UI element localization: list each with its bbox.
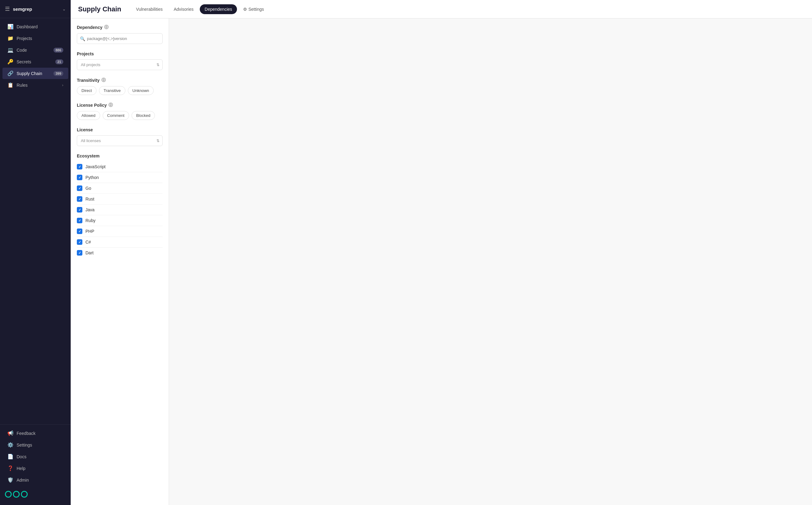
org-header[interactable]: ☰ semgrep ⌄ bbox=[0, 0, 71, 18]
eco-label-python: Python bbox=[85, 175, 99, 180]
page-title: Supply Chain bbox=[78, 5, 121, 13]
eco-label-rust: Rust bbox=[85, 196, 94, 201]
ecosystem-item-php[interactable]: PHP bbox=[77, 226, 163, 237]
license-policy-help-icon[interactable]: ⓪ bbox=[108, 103, 113, 108]
license-policy-label: License Policy ⓪ bbox=[77, 103, 163, 108]
code-icon: 💻 bbox=[7, 47, 14, 53]
eco-checkbox-ruby bbox=[77, 218, 82, 223]
docs-icon: 📄 bbox=[7, 454, 14, 460]
sidebar-item-help[interactable]: ❓ Help bbox=[2, 463, 68, 474]
dependency-label: Dependency ⓪ bbox=[77, 25, 163, 30]
eco-label-java: Java bbox=[85, 207, 95, 212]
top-nav-links: VulnerabilitiesAdvisoriesDependencies⚙ S… bbox=[131, 4, 269, 14]
logo-circle-1 bbox=[5, 491, 12, 498]
sidebar-item-supply-chain[interactable]: 🔗 Supply Chain 399 bbox=[2, 68, 68, 79]
sidebar-item-settings[interactable]: ⚙️ Settings bbox=[2, 439, 68, 451]
transitivity-section: Transitivity ⓪ DirectTransitiveUnknown bbox=[77, 77, 163, 95]
dependency-help-icon[interactable]: ⓪ bbox=[104, 25, 108, 30]
ecosystem-item-rust[interactable]: Rust bbox=[77, 194, 163, 204]
filter-panel: Dependency ⓪ 🔍 Projects All projects ⇅ bbox=[71, 18, 169, 505]
ecosystem-section: Ecosystem JavaScript Python Go Rust Java… bbox=[77, 153, 163, 258]
sidebar-item-rules[interactable]: 📋 Rules › bbox=[2, 79, 68, 91]
settings-icon: ⚙️ bbox=[7, 442, 14, 448]
ecosystem-label: Ecosystem bbox=[77, 153, 163, 158]
ecosystem-item-dart[interactable]: Dart bbox=[77, 247, 163, 258]
ecosystem-item-go[interactable]: Go bbox=[77, 183, 163, 194]
sidebar-item-label: Docs bbox=[17, 454, 63, 459]
ecosystem-item-csharp[interactable]: C# bbox=[77, 237, 163, 247]
sidebar: ☰ semgrep ⌄ 📊 Dashboard 📁 Projects 💻 Cod… bbox=[0, 0, 71, 505]
top-nav-vulnerabilities[interactable]: Vulnerabilities bbox=[131, 4, 168, 14]
eco-label-javascript: JavaScript bbox=[85, 164, 105, 169]
sidebar-item-label: Supply Chain bbox=[17, 71, 53, 76]
sidebar-item-admin[interactable]: 🛡️ Admin bbox=[2, 474, 68, 486]
sidebar-item-label: Code bbox=[17, 48, 53, 52]
dependency-input-wrap: 🔍 bbox=[77, 33, 163, 44]
rules-icon: 📋 bbox=[7, 82, 14, 88]
sidebar-item-projects[interactable]: 📁 Projects bbox=[2, 33, 68, 44]
top-nav-settings[interactable]: ⚙ Settings bbox=[238, 4, 269, 14]
main-content bbox=[169, 18, 812, 505]
projects-icon: 📁 bbox=[7, 35, 14, 41]
content-area: Dependency ⓪ 🔍 Projects All projects ⇅ bbox=[71, 18, 812, 505]
projects-label: Projects bbox=[77, 51, 163, 56]
logo bbox=[0, 486, 71, 503]
sidebar-item-label: Secrets bbox=[17, 59, 55, 64]
sidebar-item-label: Admin bbox=[17, 478, 63, 483]
sidebar-item-secrets[interactable]: 🔑 Secrets 21 bbox=[2, 56, 68, 67]
feedback-icon: 📢 bbox=[7, 430, 14, 436]
eco-checkbox-python bbox=[77, 175, 82, 180]
dependency-section: Dependency ⓪ 🔍 bbox=[77, 25, 163, 44]
eco-label-ruby: Ruby bbox=[85, 218, 95, 223]
eco-checkbox-php bbox=[77, 228, 82, 234]
eco-label-php: PHP bbox=[85, 229, 94, 234]
eco-checkbox-csharp bbox=[77, 239, 82, 245]
nav-arrow-rules: › bbox=[62, 83, 63, 88]
transitivity-tag-unknown[interactable]: Unknown bbox=[128, 86, 154, 95]
help-icon: ❓ bbox=[7, 465, 14, 471]
dashboard-icon: 📊 bbox=[7, 24, 14, 29]
eco-checkbox-java bbox=[77, 207, 82, 212]
transitivity-tag-transitive[interactable]: Transitive bbox=[99, 86, 125, 95]
top-nav-dependencies[interactable]: Dependencies bbox=[200, 4, 237, 14]
license-policy-tag-allowed[interactable]: Allowed bbox=[77, 111, 100, 120]
license-select-wrapper: All licenses ⇅ bbox=[77, 135, 163, 146]
license-policy-tag-blocked[interactable]: Blocked bbox=[131, 111, 155, 120]
transitivity-tag-direct[interactable]: Direct bbox=[77, 86, 96, 95]
sidebar-item-label: Help bbox=[17, 466, 63, 471]
sidebar-item-label: Feedback bbox=[17, 431, 63, 436]
sidebar-item-dashboard[interactable]: 📊 Dashboard bbox=[2, 21, 68, 32]
logo-circle-3 bbox=[21, 491, 28, 498]
eco-checkbox-rust bbox=[77, 196, 82, 202]
ecosystem-item-javascript[interactable]: JavaScript bbox=[77, 161, 163, 172]
main: Supply Chain VulnerabilitiesAdvisoriesDe… bbox=[71, 0, 812, 505]
sidebar-item-code[interactable]: 💻 Code 886 bbox=[2, 44, 68, 56]
admin-icon: 🛡️ bbox=[7, 477, 14, 483]
nav-badge-code: 886 bbox=[53, 48, 63, 52]
supply-chain-icon: 🔗 bbox=[7, 70, 14, 76]
logo-circles bbox=[5, 491, 28, 498]
eco-label-go: Go bbox=[85, 186, 91, 191]
sidebar-item-label: Dashboard bbox=[17, 24, 63, 29]
top-nav-advisories[interactable]: Advisories bbox=[169, 4, 199, 14]
transitivity-help-icon[interactable]: ⓪ bbox=[101, 77, 106, 83]
dependency-input[interactable] bbox=[77, 33, 163, 44]
ecosystem-item-ruby[interactable]: Ruby bbox=[77, 215, 163, 226]
license-policy-tags: AllowedCommentBlocked bbox=[77, 111, 163, 120]
search-icon: 🔍 bbox=[80, 36, 85, 41]
hamburger-icon: ☰ bbox=[5, 6, 10, 12]
license-policy-section: License Policy ⓪ AllowedCommentBlocked bbox=[77, 103, 163, 120]
ecosystem-list: JavaScript Python Go Rust Java Ruby PHP … bbox=[77, 161, 163, 258]
eco-label-dart: Dart bbox=[85, 250, 93, 255]
sidebar-item-feedback[interactable]: 📢 Feedback bbox=[2, 428, 68, 439]
projects-select[interactable]: All projects bbox=[77, 59, 163, 70]
license-policy-tag-comment[interactable]: Comment bbox=[103, 111, 129, 120]
sidebar-nav: 📊 Dashboard 📁 Projects 💻 Code 886 🔑 Secr… bbox=[0, 18, 71, 425]
license-select[interactable]: All licenses bbox=[77, 135, 163, 146]
transitivity-label: Transitivity ⓪ bbox=[77, 77, 163, 83]
ecosystem-item-java[interactable]: Java bbox=[77, 204, 163, 215]
sidebar-item-docs[interactable]: 📄 Docs bbox=[2, 451, 68, 462]
ecosystem-item-python[interactable]: Python bbox=[77, 172, 163, 183]
eco-label-csharp: C# bbox=[85, 239, 91, 244]
org-name: semgrep bbox=[13, 6, 62, 12]
